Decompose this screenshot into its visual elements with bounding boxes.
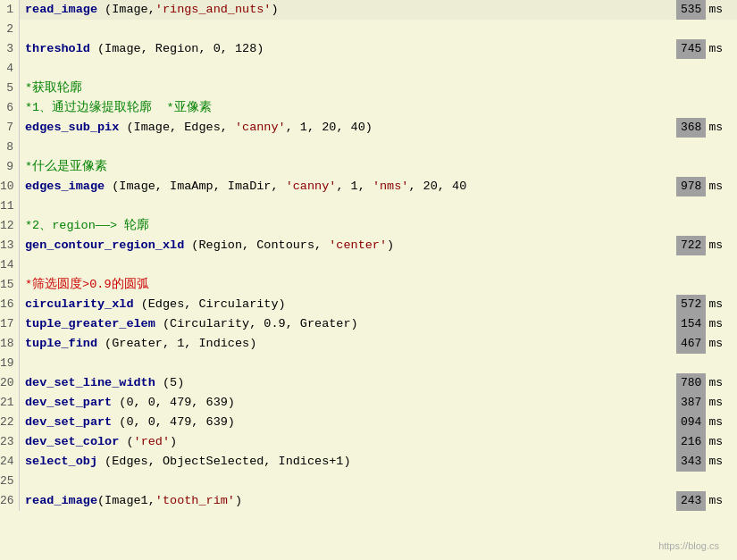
table-row: 15*筛选圆度>0.9的圆弧: [0, 275, 737, 295]
line-content: *什么是亚像素: [25, 157, 737, 177]
line-content: gen_contour_region_xld (Region, Contours…: [25, 236, 737, 255]
table-row: 20dev_set_line_width (5)780 ms: [0, 373, 737, 393]
line-number: 13: [0, 236, 20, 255]
line-content: edges_image (Image, ImaAmp, ImaDir, 'can…: [25, 177, 737, 196]
line-number: 1: [0, 0, 20, 20]
table-row: 2: [0, 20, 737, 39]
line-number: 19: [0, 354, 20, 373]
line-number: 7: [0, 118, 20, 138]
line-number: 26: [0, 491, 20, 511]
line-content: dev_set_color ('red'): [25, 432, 737, 452]
line-content: *2、region——> 轮廓: [25, 216, 737, 236]
line-content: select_obj (Edges, ObjectSelected, Indic…: [25, 452, 737, 472]
table-row: 26read_image(Image1,'tooth_rim')243 ms: [0, 491, 737, 511]
line-content: tuple_greater_elem (Circularity, 0.9, Gr…: [25, 314, 737, 334]
table-row: 21dev_set_part (0, 0, 479, 639)387 ms: [0, 393, 737, 413]
timing-value: 343 ms: [676, 452, 723, 472]
table-row: 3threshold (Image, Region, 0, 128)745 ms: [0, 39, 737, 59]
line-content: *1、通过边缘提取轮廓 *亚像素: [25, 98, 737, 118]
line-number: 16: [0, 295, 20, 314]
watermark: https://blog.cs: [658, 540, 719, 551]
table-row: 23dev_set_color ('red')216 ms: [0, 432, 737, 452]
table-row: 22dev_set_part (0, 0, 479, 639)094 ms: [0, 413, 737, 432]
table-row: 18tuple_find (Greater, 1, Indices)467 ms: [0, 334, 737, 354]
timing-value: 535 ms: [676, 0, 723, 20]
timing-value: 722 ms: [676, 236, 723, 255]
table-row: 16circularity_xld (Edges, Circularity)57…: [0, 295, 737, 314]
editor-container: 1read_image (Image,'rings_and_nuts')535 …: [0, 0, 737, 560]
line-content: read_image (Image,'rings_and_nuts'): [25, 0, 737, 20]
code-area[interactable]: 1read_image (Image,'rings_and_nuts')535 …: [0, 0, 737, 560]
table-row: 4: [0, 59, 737, 79]
line-content: dev_set_part (0, 0, 479, 639): [25, 393, 737, 413]
timing-value: 368 ms: [676, 118, 723, 138]
line-number: 4: [0, 59, 20, 79]
line-number: 5: [0, 79, 20, 98]
line-number: 3: [0, 39, 20, 59]
table-row: 14: [0, 255, 737, 275]
line-number: 23: [0, 432, 20, 452]
line-content: edges_sub_pix (Image, Edges, 'canny', 1,…: [25, 118, 737, 138]
line-number: 8: [0, 138, 20, 157]
line-number: 22: [0, 413, 20, 432]
line-content: [25, 255, 737, 275]
line-number: 20: [0, 373, 20, 393]
line-content: dev_set_line_width (5): [25, 373, 737, 393]
line-content: threshold (Image, Region, 0, 128): [25, 39, 737, 59]
timing-value: 745 ms: [676, 39, 723, 59]
line-content: *获取轮廓: [25, 79, 737, 98]
table-row: 19: [0, 354, 737, 373]
line-content: circularity_xld (Edges, Circularity): [25, 295, 737, 314]
timing-value: 572 ms: [676, 295, 723, 314]
timing-value: 216 ms: [676, 432, 723, 452]
line-number: 21: [0, 393, 20, 413]
line-content: [25, 138, 737, 157]
line-number: 12: [0, 216, 20, 236]
table-row: 8: [0, 138, 737, 157]
line-content: [25, 354, 737, 373]
line-content: [25, 59, 737, 79]
table-row: 13gen_contour_region_xld (Region, Contou…: [0, 236, 737, 255]
timing-value: 978 ms: [676, 177, 723, 196]
line-number: 24: [0, 452, 20, 472]
table-row: 17tuple_greater_elem (Circularity, 0.9, …: [0, 314, 737, 334]
table-row: 12*2、region——> 轮廓: [0, 216, 737, 236]
line-number: 2: [0, 20, 20, 39]
line-number: 14: [0, 255, 20, 275]
timing-value: 243 ms: [676, 491, 723, 511]
table-row: 25: [0, 472, 737, 491]
line-number: 11: [0, 196, 20, 216]
table-row: 24select_obj (Edges, ObjectSelected, Ind…: [0, 452, 737, 472]
timing-value: 387 ms: [676, 393, 723, 413]
line-number: 17: [0, 314, 20, 334]
line-number: 6: [0, 98, 20, 118]
line-content: [25, 20, 737, 39]
table-row: 1read_image (Image,'rings_and_nuts')535 …: [0, 0, 737, 20]
table-row: 7edges_sub_pix (Image, Edges, 'canny', 1…: [0, 118, 737, 138]
line-content: [25, 196, 737, 216]
line-number: 9: [0, 157, 20, 177]
line-number: 18: [0, 334, 20, 354]
line-number: 10: [0, 177, 20, 196]
timing-value: 780 ms: [676, 373, 723, 393]
table-row: 10edges_image (Image, ImaAmp, ImaDir, 'c…: [0, 177, 737, 196]
table-row: 11: [0, 196, 737, 216]
line-number: 15: [0, 275, 20, 295]
line-number: 25: [0, 472, 20, 491]
timing-value: 094 ms: [676, 413, 723, 432]
table-row: 6*1、通过边缘提取轮廓 *亚像素: [0, 98, 737, 118]
line-content: read_image(Image1,'tooth_rim'): [25, 491, 737, 511]
line-content: *筛选圆度>0.9的圆弧: [25, 275, 737, 295]
line-content: tuple_find (Greater, 1, Indices): [25, 334, 737, 354]
table-row: 9*什么是亚像素: [0, 157, 737, 177]
line-content: dev_set_part (0, 0, 479, 639): [25, 413, 737, 432]
timing-value: 467 ms: [676, 334, 723, 354]
table-row: 5*获取轮廓: [0, 79, 737, 98]
line-content: [25, 472, 737, 491]
timing-value: 154 ms: [676, 314, 723, 334]
